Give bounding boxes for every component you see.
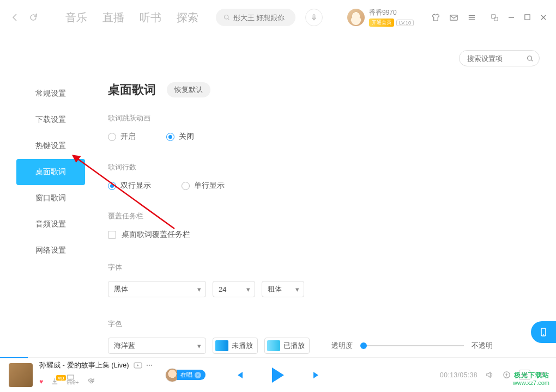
like-button[interactable]: ♥ (39, 378, 43, 385)
track-title[interactable]: 孙耀威 - 爱的故事上集 (Live) (39, 360, 129, 370)
phone-icon (539, 327, 548, 337)
avatar (347, 9, 365, 26)
anim-on-radio[interactable]: 开启 (108, 132, 136, 142)
voice-search-button[interactable] (305, 9, 323, 26)
effects-button[interactable] (502, 370, 511, 379)
sidebar-item-general[interactable]: 常规设置 (16, 81, 85, 107)
sidebar-item-hotkey[interactable]: 热键设置 (16, 133, 85, 159)
next-button[interactable] (311, 370, 322, 381)
global-search[interactable] (216, 9, 295, 26)
sidebar-item-window-lyrics[interactable]: 窗口歌词 (16, 185, 85, 211)
opacity-slider[interactable] (360, 345, 464, 346)
font-size-select[interactable]: 24▾ (213, 281, 255, 297)
playlist-button[interactable] (538, 370, 547, 379)
back-button[interactable] (9, 11, 21, 23)
taskbar-label: 覆盖任务栏 (108, 211, 556, 221)
menu-icon[interactable] (467, 13, 476, 22)
svg-rect-4 (494, 17, 498, 21)
opacity-label: 透明度 (331, 341, 353, 351)
anim-off-radio[interactable]: 关闭 (166, 132, 194, 142)
svg-point-0 (224, 15, 228, 19)
svg-point-12 (148, 365, 149, 366)
nav-tab-music[interactable]: 音乐 (65, 10, 87, 25)
progress-bar[interactable] (0, 357, 28, 358)
minimize-icon[interactable] (507, 14, 515, 22)
settings-sidebar: 常规设置 下载设置 热键设置 桌面歌词 窗口歌词 音频设置 网络设置 (0, 66, 85, 389)
comment-button[interactable]: 999+ (67, 373, 79, 389)
search-icon (527, 54, 534, 63)
vip-badge[interactable]: 开通会员 (369, 19, 394, 27)
color-label: 字色 (108, 319, 556, 329)
user-profile[interactable]: 香香9970 开通会员 LV.10 (347, 8, 414, 27)
search-input[interactable] (233, 14, 288, 22)
lines-label: 歌词行数 (108, 162, 556, 172)
play-button[interactable] (272, 367, 284, 383)
chevron-down-icon: ▾ (197, 285, 201, 293)
lyrics-button[interactable]: 词 (519, 370, 530, 380)
lines-single-radio[interactable]: 单行显示 (182, 181, 225, 191)
opacity-right-label: 不透明 (472, 341, 493, 351)
album-cover[interactable] (9, 363, 33, 387)
singing-badge[interactable]: 在唱× (165, 368, 206, 382)
unplayed-color-swatch[interactable]: 未播放 (213, 338, 258, 354)
played-color-swatch[interactable]: 已播放 (264, 338, 310, 354)
section-title: 桌面歌词 (108, 82, 156, 98)
mail-icon[interactable] (449, 13, 458, 22)
svg-rect-5 (525, 14, 530, 19)
lines-double-radio[interactable]: 双行显示 (108, 181, 151, 191)
maximize-icon[interactable] (524, 14, 531, 22)
svg-point-6 (528, 56, 532, 60)
svg-rect-2 (450, 15, 457, 20)
close-icon[interactable] (540, 14, 547, 22)
sidebar-item-network[interactable]: 网络设置 (16, 237, 85, 264)
font-weight-select[interactable]: 粗体▾ (262, 281, 304, 297)
svg-point-9 (543, 334, 544, 335)
nav-tab-explore[interactable]: 探索 (177, 10, 198, 25)
more-icon[interactable] (146, 362, 153, 369)
svg-point-13 (150, 365, 152, 366)
svg-point-11 (146, 365, 147, 366)
chevron-down-icon: ▾ (246, 285, 250, 293)
font-family-select[interactable]: 黑体▾ (108, 281, 206, 297)
mobile-transfer-button[interactable] (531, 321, 556, 343)
nav-tab-audiobook[interactable]: 听书 (140, 10, 161, 25)
skin-icon[interactable] (431, 13, 440, 22)
refresh-button[interactable] (27, 11, 39, 23)
download-button[interactable]: vip (51, 377, 59, 385)
anim-label: 歌词跳跃动画 (108, 113, 556, 123)
chevron-down-icon: ▾ (197, 342, 201, 350)
time-display: 00:13/05:38 (440, 371, 478, 379)
color-scheme-select[interactable]: 海洋蓝▾ (108, 338, 206, 354)
reset-defaults-button[interactable]: 恢复默认 (167, 82, 210, 97)
svg-rect-1 (313, 15, 315, 19)
volume-button[interactable] (485, 370, 494, 379)
settings-search-input[interactable] (467, 54, 523, 63)
mini-mode-icon[interactable] (491, 14, 499, 22)
taskbar-checkbox[interactable] (108, 231, 116, 239)
search-icon (223, 14, 230, 21)
chevron-down-icon: ▾ (295, 285, 299, 293)
close-icon[interactable]: × (195, 372, 201, 378)
taskbar-checkbox-label: 桌面歌词覆盖任务栏 (122, 230, 190, 240)
user-name: 香香9970 (369, 8, 414, 17)
share-button[interactable] (87, 377, 95, 385)
svg-rect-3 (492, 14, 495, 18)
sidebar-item-audio[interactable]: 音频设置 (16, 211, 85, 237)
sidebar-item-download[interactable]: 下载设置 (16, 107, 85, 133)
mv-icon[interactable] (134, 362, 142, 369)
level-badge: LV.10 (396, 20, 414, 26)
sidebar-item-desktop-lyrics[interactable]: 桌面歌词 (16, 159, 85, 185)
font-label: 字体 (108, 262, 556, 272)
prev-button[interactable] (234, 370, 245, 381)
nav-tab-live[interactable]: 直播 (102, 10, 124, 25)
